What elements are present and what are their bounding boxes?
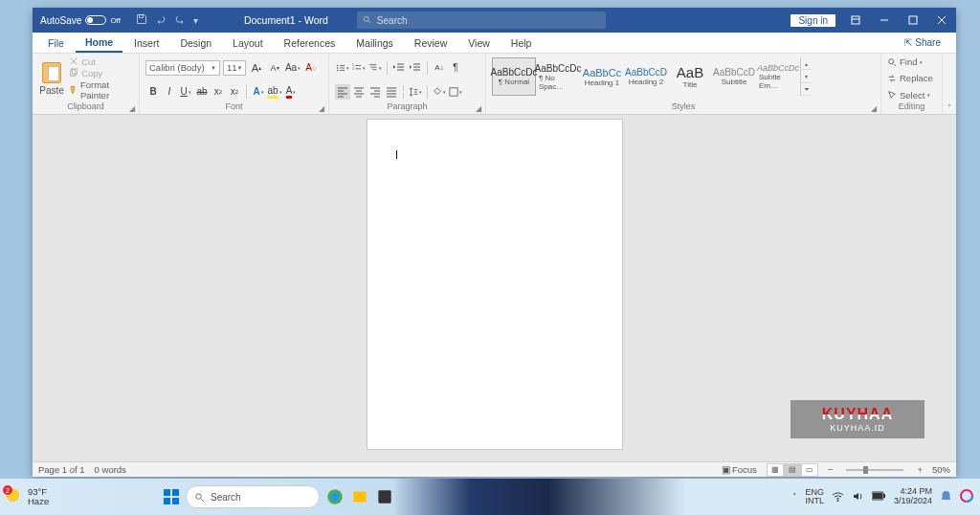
clipboard-dialog-launcher[interactable]: ◢ <box>129 104 135 113</box>
zoom-level[interactable]: 50% <box>932 464 950 475</box>
tab-layout[interactable]: Layout <box>223 34 273 52</box>
numbering-button[interactable]: 12▾ <box>351 60 367 76</box>
tab-view[interactable]: View <box>458 34 500 52</box>
style-title[interactable]: AaBTitle <box>668 57 712 96</box>
qat-customize-icon[interactable]: ▾ <box>193 15 198 26</box>
decrease-indent-button[interactable] <box>391 60 407 76</box>
align-right-button[interactable] <box>368 84 383 100</box>
close-button[interactable] <box>927 8 956 33</box>
styles-gallery[interactable]: AaBbCcDc¶ Normal AaBbCcDc¶ No Spac… AaBb… <box>492 56 812 98</box>
search-box[interactable]: Search <box>357 11 606 29</box>
sort-button[interactable]: A↓ <box>432 60 447 76</box>
tab-mailings[interactable]: Mailings <box>346 34 403 52</box>
share-button[interactable]: ⇱Share <box>901 35 945 50</box>
style-subtitle[interactable]: AaBbCcDSubtitle <box>712 57 756 96</box>
autosave-toggle[interactable]: AutoSave Off <box>33 15 128 26</box>
copy-button[interactable]: Copy <box>69 68 133 78</box>
tab-references[interactable]: References <box>275 34 345 52</box>
language-indicator[interactable]: ENGINTL <box>805 488 824 506</box>
tab-home[interactable]: Home <box>76 34 122 53</box>
tray-chevron-icon[interactable]: ˄ <box>792 492 797 502</box>
taskbar-app-1-icon[interactable] <box>325 487 345 506</box>
focus-mode-button[interactable]: ▣Focus <box>722 464 757 475</box>
redo-icon[interactable] <box>174 13 186 27</box>
taskbar-search[interactable]: Search <box>186 485 320 508</box>
tab-review[interactable]: Review <box>405 34 457 52</box>
font-color-button[interactable]: A▾ <box>283 84 299 100</box>
svg-rect-2 <box>852 16 859 24</box>
paste-button[interactable]: Paste <box>38 56 65 101</box>
copilot-icon[interactable] <box>960 489 974 505</box>
change-case-button[interactable]: Aa▾ <box>285 60 301 76</box>
font-size-combo[interactable]: 11▼ <box>223 60 246 76</box>
grow-font-button[interactable]: A▴ <box>249 60 264 76</box>
italic-button[interactable]: I <box>162 84 177 100</box>
search-icon <box>363 15 372 25</box>
format-painter-button[interactable]: Format Painter <box>69 79 133 101</box>
highlight-button[interactable]: ab▾ <box>267 84 282 100</box>
styles-scroll[interactable]: ▴▾⏷ <box>800 57 812 96</box>
borders-button[interactable]: ▾ <box>448 84 463 100</box>
maximize-button[interactable] <box>899 8 927 33</box>
zoom-in-button[interactable]: + <box>917 464 923 475</box>
select-button[interactable]: Select▾ <box>887 89 936 101</box>
style-normal[interactable]: AaBbCcDc¶ Normal <box>492 57 536 96</box>
volume-icon[interactable] <box>852 490 864 504</box>
text-effects-button[interactable]: A▾ <box>251 84 266 100</box>
print-layout-button[interactable]: ▤ <box>784 463 801 477</box>
collapse-ribbon-button[interactable]: ˄ <box>943 54 956 114</box>
style-heading1[interactable]: AaBbCcHeading 1 <box>580 57 624 96</box>
replace-button[interactable]: Replace <box>887 72 936 84</box>
taskbar-app-3-icon[interactable] <box>375 487 394 506</box>
shrink-font-button[interactable]: A▾ <box>267 60 282 76</box>
web-layout-button[interactable]: ▭ <box>801 463 818 477</box>
font-dialog-launcher[interactable]: ◢ <box>319 104 324 113</box>
tab-help[interactable]: Help <box>501 34 542 52</box>
signin-button[interactable]: Sign in <box>791 14 835 27</box>
show-marks-button[interactable]: ¶ <box>448 60 463 76</box>
wifi-icon[interactable] <box>832 490 844 504</box>
page-indicator[interactable]: Page 1 of 1 <box>38 464 85 475</box>
multilevel-list-button[interactable]: ▾ <box>368 60 383 76</box>
find-button[interactable]: Find▾ <box>887 56 936 68</box>
save-icon[interactable] <box>136 13 147 27</box>
clock[interactable]: 4:24 PM3/19/2024 <box>894 487 932 506</box>
paragraph-dialog-launcher[interactable]: ◢ <box>476 104 481 113</box>
superscript-button[interactable]: x2 <box>227 84 242 100</box>
bold-button[interactable]: B <box>145 84 161 100</box>
minimize-button[interactable] <box>870 8 899 33</box>
taskbar-app-2-icon[interactable] <box>350 487 369 506</box>
line-spacing-button[interactable]: ▾ <box>408 84 423 100</box>
align-left-button[interactable] <box>335 84 350 100</box>
battery-icon[interactable] <box>872 491 886 503</box>
tab-file[interactable]: File <box>38 34 74 52</box>
bullets-button[interactable]: ▾ <box>335 60 350 76</box>
underline-button[interactable]: U▾ <box>178 84 193 100</box>
notifications-icon[interactable] <box>940 490 952 504</box>
cut-button[interactable]: Cut <box>69 56 133 67</box>
shading-button[interactable]: ▾ <box>432 84 447 100</box>
subscript-button[interactable]: x2 <box>211 84 226 100</box>
tab-insert[interactable]: Insert <box>124 34 168 52</box>
justify-button[interactable] <box>384 84 399 100</box>
increase-indent-button[interactable] <box>408 60 423 76</box>
style-no-spacing[interactable]: AaBbCcDc¶ No Spac… <box>536 57 580 96</box>
font-name-combo[interactable]: Calibri (Body)▼ <box>145 60 220 76</box>
tab-design[interactable]: Design <box>170 34 221 52</box>
style-heading2[interactable]: AaBbCcDHeading 2 <box>624 57 668 96</box>
focus-label: Focus <box>732 464 757 475</box>
page[interactable] <box>367 119 623 450</box>
strikethrough-button[interactable]: ab <box>194 84 210 100</box>
style-subtle-emphasis[interactable]: AaBbCcDcSubtle Em… <box>756 57 800 96</box>
word-count[interactable]: 0 words <box>95 464 126 475</box>
read-mode-button[interactable]: ▦ <box>767 463 784 477</box>
clear-formatting-button[interactable]: A◇ <box>303 60 319 76</box>
zoom-out-button[interactable]: − <box>828 464 834 475</box>
styles-dialog-launcher[interactable]: ◢ <box>871 104 877 113</box>
ribbon-display-icon[interactable] <box>841 8 870 33</box>
undo-icon[interactable] <box>155 13 167 27</box>
align-center-button[interactable] <box>351 84 367 100</box>
weather-widget[interactable]: 2 93°FHaze <box>6 487 49 506</box>
zoom-slider[interactable] <box>846 469 903 471</box>
start-button[interactable] <box>163 488 180 505</box>
